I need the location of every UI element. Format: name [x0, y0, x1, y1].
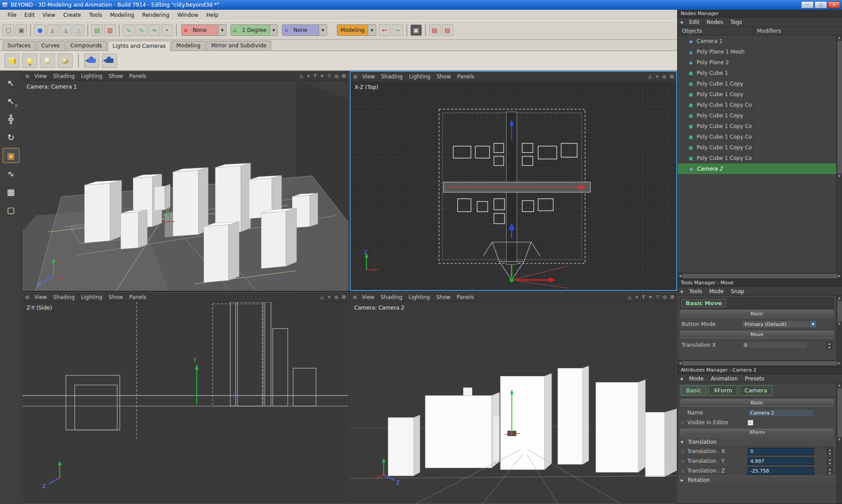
spinner-down-icon[interactable]: ▼ [827, 451, 833, 455]
viewport-menu-item[interactable]: View [31, 293, 50, 301]
modifiers-column-header[interactable]: Modifiers [753, 27, 842, 35]
toolbar-icon[interactable]: ▤ [429, 24, 440, 36]
keyframe-dot[interactable]: ○ [681, 459, 687, 463]
grid-snap-dropdown[interactable]: ∪ None ▼ [282, 24, 327, 36]
toolbar-icon[interactable]: ▤ [442, 24, 453, 36]
attributes-tab[interactable]: XForm [708, 385, 737, 395]
translation-spinner[interactable]: ▲ ▼ [827, 457, 833, 465]
scroll-down-icon[interactable]: ▼ [838, 438, 840, 442]
toolbar-tab[interactable]: Modeling [172, 41, 206, 50]
viewport-canvas-camera2[interactable]: Camera: Camera 2 [350, 302, 677, 504]
panel-menu-icon[interactable]: ◆ [680, 20, 683, 24]
viewport-header-icon[interactable]: + [635, 295, 639, 299]
scroll-left-icon[interactable]: ◀ [679, 361, 681, 365]
nodes-vscrollbar[interactable]: ▲ ▼ [836, 35, 842, 273]
viewport-header-icon[interactable]: Y [642, 295, 645, 299]
viewport-grip-icon[interactable]: ▦ [353, 74, 357, 79]
section-bar-move[interactable]: Move [680, 331, 834, 338]
panel-menu-item[interactable]: Edit [686, 18, 703, 26]
viewport-menu-item[interactable]: Shading [50, 293, 78, 301]
spinner-up-icon[interactable]: ▲ [827, 457, 833, 461]
viewport-menu-item[interactable]: Show [433, 293, 453, 301]
translation-value-field[interactable]: 0 [748, 448, 814, 455]
scroll-right-icon[interactable]: ▶ [838, 361, 841, 365]
tools-vscrollbar[interactable]: ▲ ▼ [836, 296, 842, 360]
toolbar-tab[interactable]: Curves [36, 41, 65, 50]
scroll-down-icon[interactable]: ▼ [838, 174, 840, 178]
tool-button[interactable]: ↻ [3, 130, 19, 145]
viewport-menu-item[interactable]: Lighting [406, 73, 434, 81]
translation-spinner[interactable]: ▲ ▼ [827, 467, 833, 475]
toolbar-icon[interactable]: ● [34, 24, 46, 36]
dropdown-arrow-icon[interactable]: ▼ [319, 25, 327, 35]
viewport-menu-item[interactable]: Shading [378, 293, 405, 301]
scroll-up-icon[interactable]: ▲ [838, 384, 840, 388]
panel-menu-item[interactable]: Animation [707, 375, 741, 383]
create-point-light-button[interactable] [40, 54, 55, 68]
viewport-header-icon[interactable]: △ [320, 295, 324, 299]
spinner-up-icon[interactable]: ▲ [827, 467, 833, 471]
scroll-thumb[interactable] [838, 41, 842, 174]
button-mode-dropdown[interactable]: Primary (Default) ▼ [741, 320, 817, 328]
menu-item[interactable]: Edit [20, 11, 39, 19]
tree-row[interactable]: ■ Poly Cube 1 Copy Co [678, 153, 836, 163]
toolbar-icon[interactable]: ▣ [410, 24, 422, 36]
viewport-header-icon[interactable]: + [655, 74, 659, 79]
scroll-thumb[interactable] [838, 388, 842, 437]
scroll-up-icon[interactable]: ▲ [838, 296, 840, 300]
translation-spinner[interactable]: ▲ ▼ [827, 447, 833, 455]
tools-hscrollbar[interactable]: ◀ ▶ [678, 360, 842, 366]
toolbar-icon[interactable]: ◮ [60, 24, 71, 36]
toolbar-icon[interactable]: ∿ [136, 24, 147, 36]
tree-row[interactable]: ▲ Poly Plane 1 Mesh [678, 47, 836, 57]
panel-menu-item[interactable]: Mode [686, 375, 707, 383]
viewport-menu-item[interactable]: Lighting [78, 293, 106, 301]
menu-item[interactable]: Create [59, 11, 85, 19]
create-camera-button[interactable] [84, 54, 99, 68]
panel-menu-icon[interactable]: ◆ [680, 376, 683, 381]
panel-menu-item[interactable]: Mode [706, 287, 727, 295]
viewport-menu-item[interactable]: Lighting [405, 293, 433, 301]
menu-item[interactable]: Rendering [138, 11, 173, 19]
viewport-menu-item[interactable]: Panels [126, 293, 150, 301]
tree-row[interactable]: ■ Poly Cube 1 Copy Co [678, 100, 836, 110]
scroll-thumb[interactable] [682, 361, 837, 365]
viewport-menu-item[interactable]: Shading [50, 72, 78, 80]
viewport-menu-item[interactable]: Shading [378, 73, 406, 81]
tool-button[interactable]: ╬ [3, 112, 19, 127]
menu-item[interactable]: Help [202, 11, 222, 19]
tree-row[interactable]: ■ Poly Cube 1 Copy Co [678, 142, 836, 153]
tool-button[interactable]: ∿ [3, 166, 19, 181]
toolbar-icon[interactable]: △ [73, 24, 84, 36]
scroll-right-icon[interactable]: ▶ [838, 274, 841, 278]
viewport-canvas-camera1[interactable]: Camera: Camera 1 [23, 81, 348, 291]
toolbar-icon[interactable] [425, 24, 426, 36]
section-bar-xform[interactable]: XForm [680, 429, 834, 436]
translation-group-header[interactable]: ▼ Translation [678, 438, 836, 446]
toolbar-icon[interactable] [30, 24, 31, 36]
tree-row[interactable]: ■ Poly Cube 1 Copy Co [678, 121, 836, 132]
create-light-button[interactable] [22, 54, 37, 68]
spinner-down-icon[interactable]: ▼ [827, 461, 833, 465]
expand-arrow-icon[interactable]: ▼ [681, 440, 685, 444]
menu-item[interactable]: Modeling [106, 11, 138, 19]
toolbar-tab[interactable]: Surfaces [3, 41, 35, 50]
tree-row[interactable]: ◆ Camera 1 [678, 36, 836, 47]
translation-value-field[interactable]: 4.997 [748, 457, 814, 465]
name-field[interactable]: Camera 2 [748, 409, 814, 417]
panel-menu-item[interactable]: Tools [686, 287, 706, 295]
titlebar[interactable]: BEYOND - 3D Modeling and Animation - Bui… [0, 0, 842, 10]
create-ambient-light-button[interactable] [58, 54, 73, 68]
keyframe-dot[interactable]: ○ [681, 450, 687, 454]
section-bar-basic[interactable]: Basic [680, 399, 834, 407]
dropdown-arrow-icon[interactable]: ▼ [368, 25, 376, 35]
viewport-header-icon[interactable]: ◎ [663, 74, 667, 79]
tree-row[interactable]: ■ Poly Cube 1 Copy Co [678, 132, 836, 142]
panel-menu-icon[interactable]: ◆ [680, 289, 683, 294]
viewport-header-icon[interactable]: Y [314, 74, 316, 78]
visible-in-editor-checkbox[interactable]: ✓ [748, 420, 753, 426]
tree-row[interactable]: ■ Poly Cube 1 Copy [678, 78, 836, 89]
workspace-dropdown[interactable]: Modeling ▼ [337, 24, 376, 36]
tool-button[interactable]: ▣ [3, 148, 19, 163]
tool-button[interactable]: ↖ [3, 75, 19, 90]
